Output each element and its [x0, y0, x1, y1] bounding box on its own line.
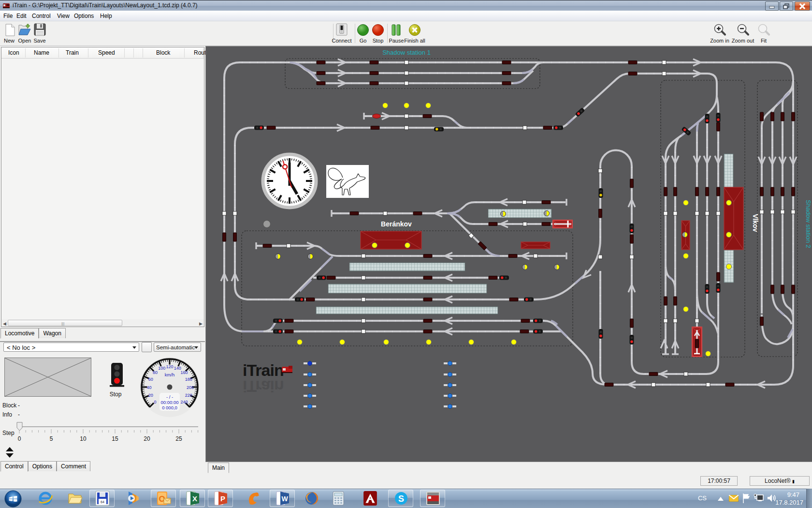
svg-text:0: 0 — [154, 400, 156, 404]
svg-text:40: 40 — [146, 385, 151, 390]
svg-text:iTrain: iTrain — [243, 361, 284, 379]
svg-text:20: 20 — [144, 435, 150, 442]
svg-text:Vlkov: Vlkov — [752, 214, 759, 232]
svg-text:0: 0 — [18, 435, 21, 442]
svg-text:S: S — [398, 494, 404, 504]
svg-text:160: 160 — [181, 370, 188, 375]
svg-text:60: 60 — [148, 377, 153, 382]
svg-text:220: 220 — [185, 393, 192, 398]
svg-text:5: 5 — [50, 435, 53, 442]
svg-text:Shadow station 2: Shadow station 2 — [805, 200, 812, 248]
svg-text:- / -: - / - — [166, 394, 173, 400]
svg-text:P: P — [220, 494, 225, 503]
svg-text:X: X — [192, 494, 197, 503]
svg-text:240: 240 — [181, 400, 188, 404]
svg-text:64: 64 — [101, 500, 104, 504]
svg-text:140: 140 — [174, 366, 181, 371]
svg-text:180: 180 — [185, 377, 192, 382]
svg-text:100: 100 — [158, 366, 165, 371]
svg-text:25: 25 — [175, 435, 182, 442]
svg-text:0 000,0: 0 000,0 — [162, 405, 177, 410]
svg-text:80: 80 — [153, 370, 158, 375]
svg-text:Shadow station 1: Shadow station 1 — [382, 49, 431, 56]
svg-text:10: 10 — [80, 435, 87, 442]
svg-text:Beránkov: Beránkov — [381, 220, 412, 228]
svg-text:W: W — [281, 495, 288, 503]
svg-text:00:00:00: 00:00:00 — [161, 400, 179, 405]
svg-text:km/h: km/h — [165, 372, 175, 377]
svg-text:120: 120 — [166, 364, 173, 369]
svg-text:iTrain: iTrain — [243, 377, 284, 396]
svg-text:200: 200 — [187, 385, 194, 390]
svg-text:20: 20 — [148, 393, 153, 398]
svg-text:15: 15 — [112, 435, 118, 442]
